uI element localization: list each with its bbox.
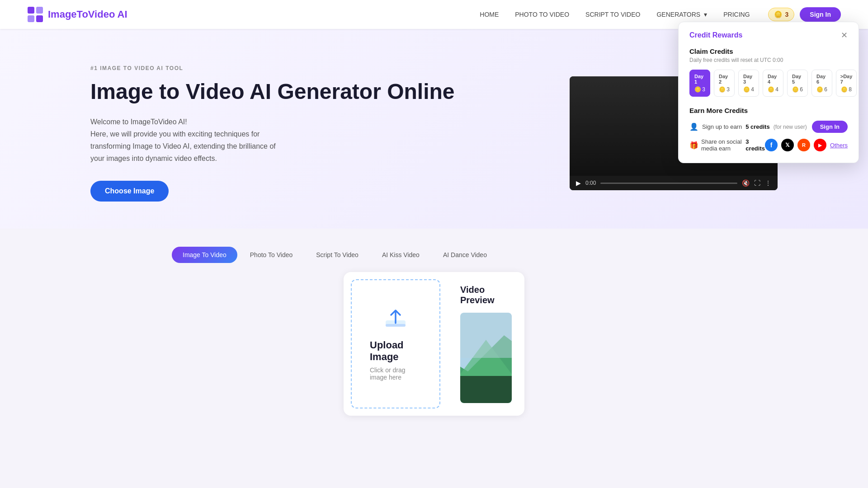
preview-panel: Video Preview [448,272,524,416]
hero-content: #1 IMAGE TO VIDEO AI TOOL Image to Video… [90,65,533,202]
coin-icon-5: 🪙 [792,86,799,93]
preview-title: Video Preview [460,285,512,305]
upload-title: Upload Image [370,339,421,363]
claim-title: Claim Credits [689,47,848,55]
nav-generators[interactable]: GENERATORS ▾ [656,11,707,18]
coin-icon-6: 🪙 [816,86,823,93]
choose-image-button[interactable]: Choose Image [90,181,169,202]
fullscreen-icon[interactable]: ⛶ [754,179,760,187]
day-2-coins: 🪙 3 [719,86,730,93]
earn-signin-button[interactable]: Sign In [812,121,848,133]
coin-icon-4: 🪙 [768,86,774,93]
hero-title: Image to Video AI Generator Online [90,79,533,105]
others-link[interactable]: Others [830,142,848,149]
twitter-icon[interactable]: 𝕏 [781,139,794,151]
tab-photo-to-video[interactable]: Photo To Video [239,247,303,263]
upload-area[interactable]: Upload Image Click or drag image here [351,279,440,408]
progress-bar[interactable] [600,183,737,184]
upload-icon [384,307,407,330]
svg-rect-0 [28,7,34,14]
nav-home[interactable]: HOME [480,11,499,18]
earn-section: Earn More Credits 👤 Sign up to earn 5 cr… [689,107,848,152]
day-3-label: Day 3 [743,74,754,84]
claim-section: Claim Credits Daily free credits will re… [689,47,848,97]
day-item-7[interactable]: >Day 7 🪙 8 [836,70,857,97]
day-2-label: Day 2 [719,74,730,84]
tab-ai-dance-video[interactable]: AI Dance Video [432,247,498,263]
preview-image [460,313,512,403]
svg-rect-5 [386,324,406,327]
gift-icon: 🎁 [689,141,698,150]
credit-rewards-popup: Credit Rewards ✕ Claim Credits Daily fre… [678,22,859,163]
day-4-coins: 🪙 4 [768,86,778,93]
social-share-row: 🎁 Share on social media earn 3 credits f… [689,138,848,152]
day-item-5[interactable]: Day 5 🪙 6 [787,70,808,97]
chevron-down-icon: ▾ [704,11,707,18]
brand-name: ImageToVideo AI [48,9,127,20]
day-item-6[interactable]: Day 6 🪙 6 [811,70,832,97]
day-item-1[interactable]: Day 1 🪙 3 [689,70,710,97]
tabs-row: Image To Video Photo To Video Script To … [172,247,696,263]
volume-icon[interactable]: 🔇 [742,179,750,187]
day-item-2[interactable]: Day 2 🪙 3 [714,70,735,97]
video-controls: ▶ 0:00 🔇 ⛶ ⋮ [570,176,778,190]
signin-button[interactable]: Sign In [800,7,841,22]
hero-tag: #1 IMAGE TO VIDEO AI TOOL [90,65,533,71]
hero-description: Welcome to ImageToVideo AI! Here, we wil… [90,116,289,165]
nav-pricing[interactable]: PRICING [723,11,750,18]
svg-rect-1 [36,7,43,14]
youtube-icon[interactable]: ▶ [814,139,826,151]
social-icons: f 𝕏 R ▶ Others [765,139,848,151]
tab-image-to-video[interactable]: Image To Video [172,247,237,263]
logo-area[interactable]: ImageToVideo AI [27,6,127,23]
credits-count: 3 [785,11,789,18]
earn-signup-left: 👤 Sign up to earn 5 credits (for new use… [689,122,807,131]
claim-subtitle: Daily free credits will reset at UTC 0:0… [689,57,848,63]
day-5-coins: 🪙 6 [792,86,803,93]
svg-rect-2 [28,15,34,22]
logo-icon [27,6,43,23]
preview-overlay [460,376,512,403]
preview-placeholder [460,313,512,403]
tabs-section: Image To Video Photo To Video Script To … [0,229,868,416]
nav-script-to-video[interactable]: SCRIPT TO VIDEO [585,11,640,18]
day-7-coins: 🪙 8 [841,86,852,93]
credits-badge[interactable]: 🪙 3 [768,8,795,21]
share-text: Share on social media earn [701,138,743,152]
day-7-label: >Day 7 [840,74,853,84]
tab-script-to-video[interactable]: Script To Video [305,247,369,263]
nav-right: 🪙 3 Sign In [768,7,841,22]
coin-icon-2: 🪙 [719,86,726,93]
signup-text: Sign up to earn [702,123,742,130]
day-4-label: Day 4 [768,74,778,84]
signup-note: (for new user) [774,124,807,130]
facebook-icon[interactable]: f [765,139,778,151]
earn-signup-row: 👤 Sign up to earn 5 credits (for new use… [689,121,848,133]
social-left: 🎁 Share on social media earn 3 credits [689,138,765,152]
coin-icon-3: 🪙 [743,86,750,93]
day-item-3[interactable]: Day 3 🪙 4 [738,70,759,97]
earn-title: Earn More Credits [689,107,848,114]
days-row: Day 1 🪙 3 Day 2 🪙 3 Day 3 🪙 4 [689,70,848,97]
tab-ai-kiss-video[interactable]: AI Kiss Video [371,247,430,263]
upload-icon-wrap [384,307,407,332]
popup-header: Credit Rewards ✕ [689,31,848,39]
upload-hint: Click or drag image here [370,366,421,381]
more-options-icon[interactable]: ⋮ [765,179,771,187]
day-item-4[interactable]: Day 4 🪙 4 [763,70,783,97]
svg-rect-3 [36,15,43,22]
popup-title: Credit Rewards [689,31,742,39]
nav-photo-to-video[interactable]: PHOTO TO VIDEO [515,11,569,18]
day-3-coins: 🪙 4 [743,86,754,93]
signup-credits: 5 credits [745,123,769,130]
day-1-label: Day 1 [694,74,705,84]
video-time: 0:00 [585,180,596,186]
nav-links: HOME PHOTO TO VIDEO SCRIPT TO VIDEO GENE… [480,11,750,18]
tool-panel: Upload Image Click or drag image here Vi… [344,272,524,416]
play-button[interactable]: ▶ [576,179,581,187]
reddit-icon[interactable]: R [797,139,810,151]
day-6-coins: 🪙 6 [816,86,827,93]
coin-icon-1: 🪙 [694,86,701,93]
day-5-label: Day 5 [792,74,803,84]
popup-close-button[interactable]: ✕ [841,31,848,39]
